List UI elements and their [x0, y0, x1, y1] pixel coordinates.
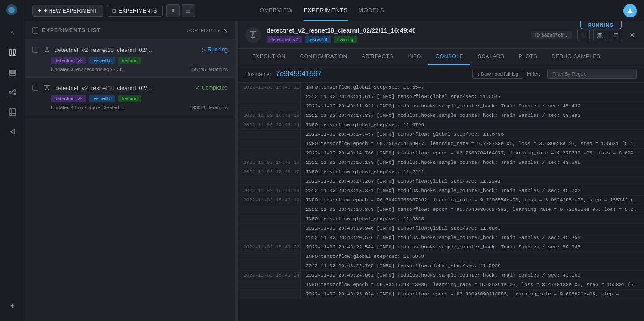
sidebar-item-routes[interactable]	[4, 84, 21, 100]
log-content: 2022-11-02 20:43:22,705 [INFO] tensorflo…	[301, 261, 644, 270]
log-row: 2022-11-02 20:43:25,024 [INFO] tensorflo…	[238, 290, 644, 299]
tab-overview[interactable]: OVERVIEW	[260, 0, 293, 21]
svg-point-5	[9, 91, 11, 93]
log-content: INFO:tensorflow:global_step/sec: 11.5959	[301, 252, 644, 261]
tab-artifacts[interactable]: ARTIFACTS	[355, 49, 400, 65]
log-content: INFO:tensorflow:global_step/sec: 11.5547	[301, 83, 644, 92]
tab-configuration[interactable]: CONFIGURATION	[293, 49, 355, 65]
log-row: 2022-11-02 20:43:22,705 [INFO] tensorflo…	[238, 261, 644, 271]
sidebar-item-pipeline[interactable]	[4, 124, 21, 140]
log-row: 2022-11-02 20:43:11,617 [INFO] tensorflo…	[238, 92, 644, 102]
archive-icon: □	[113, 8, 116, 14]
tag-resnet18-1[interactable]: resnet18	[89, 57, 115, 64]
log-timestamp	[238, 261, 301, 270]
log-row: INFO:tensorflow:global_step/sec: 11.5959	[238, 252, 644, 261]
app-logo[interactable]	[5, 4, 20, 18]
tab-execution[interactable]: EXECUTION	[245, 49, 293, 65]
sidebar-item-experiments[interactable]	[4, 45, 21, 61]
log-timestamp	[238, 177, 301, 186]
svg-marker-12	[11, 129, 15, 134]
sort-button[interactable]: SORTED BY ▾	[187, 28, 220, 34]
log-content: INFO:tensorflow:epoch = 96.7949036668738…	[301, 196, 644, 205]
tab-console[interactable]: CONSOLE	[428, 49, 470, 65]
sidebar: ⌂ ✦	[0, 0, 25, 321]
tag-training-1[interactable]: training	[118, 57, 141, 64]
detail-tag-resnet18[interactable]: resnet18	[305, 36, 331, 43]
svg-point-7	[14, 93, 16, 95]
log-row: 2022-11-02 15:43:222022-11-02 20:43:22,5…	[238, 243, 644, 252]
detail-action-list-btn[interactable]: ≡	[577, 29, 590, 41]
sidebar-item-layers[interactable]	[4, 64, 21, 81]
new-experiment-button[interactable]: + + NEW EXPERIMENT	[32, 5, 103, 17]
log-timestamp: 2022-11-02 15:43:18	[238, 186, 301, 195]
tab-debug-samples[interactable]: DEBUG SAMPLES	[544, 49, 607, 65]
sidebar-item-table[interactable]	[4, 104, 21, 120]
detail-close-button[interactable]: ✕	[627, 29, 637, 41]
detail-tag-training[interactable]: training	[334, 36, 357, 43]
hostname-display: Hostname: 7e9f45941597	[245, 70, 322, 78]
log-row: 2022-11-02 20:43:14,766 [INFO] tensorflo…	[238, 149, 644, 158]
detail-action-image-btn[interactable]: 🖼	[593, 29, 606, 41]
tab-scalars[interactable]: SCALARS	[470, 49, 512, 65]
log-content: 2022-11-02 20:43:25,024 [INFO] tensorflo…	[301, 290, 644, 299]
open-archive-button[interactable]: □ EXPERIMENTS	[107, 5, 163, 17]
tab-info[interactable]: INFO	[400, 49, 428, 65]
tag-resnet18-2[interactable]: resnet18	[89, 95, 115, 102]
sidebar-item-home[interactable]: ⌂	[4, 25, 21, 41]
filter-icon[interactable]: ⧖	[224, 27, 228, 34]
log-timestamp	[238, 214, 301, 223]
log-content: 2022-11-02 20:43:14,457 [INFO] tensorflo…	[301, 130, 644, 139]
log-timestamp	[238, 290, 301, 299]
log-content: 2022-11-02 20:43:22,544 [INFO] modulus.h…	[301, 243, 644, 252]
log-row: INFO:tensorflow:epoch = 96.7563704164077…	[238, 139, 644, 149]
tag-training-2[interactable]: training	[118, 95, 141, 102]
svg-point-6	[14, 90, 16, 91]
grid-view-button[interactable]: ⊞	[182, 4, 195, 17]
top-nav-tabs: OVERVIEW EXPERIMENTS MODELS	[260, 0, 384, 21]
log-content: 2022-11-02 20:43:11,617 [INFO] tensorflo…	[301, 92, 644, 101]
log-row: INFO:tensorflow:global_step/sec: 11.6863	[238, 214, 644, 224]
list-view-button[interactable]: ≡	[166, 4, 180, 17]
top-navigation: + + NEW EXPERIMENT □ EXPERIMENTS ≡ ⊞ OVE…	[25, 0, 644, 21]
detail-experiment-icon	[245, 27, 261, 43]
log-timestamp	[238, 92, 301, 101]
main-content: + + NEW EXPERIMENT □ EXPERIMENTS ≡ ⊞ OVE…	[25, 0, 644, 321]
log-content: INFO:tensorflow:global_step/sec: 11.2241	[301, 167, 644, 176]
log-content: 2022-11-02 20:43:18,371 [INFO] modulus.h…	[301, 186, 644, 195]
log-row: 2022-11-02 15:43:19INFO:tensorflow:epoch…	[238, 196, 644, 205]
experiment-card-2[interactable]: detectnet_v2_resnet18_clearml_02/... ✓ C…	[25, 78, 235, 116]
tab-plots[interactable]: PLOTS	[511, 49, 544, 65]
card-checkbox-1[interactable]	[32, 47, 38, 53]
log-row: 2022-11-02 20:43:19,946 [INFO] tensorflo…	[238, 224, 644, 233]
tag-detectnet-v2-2[interactable]: detectnet_v2	[51, 95, 86, 102]
console-actions: ↓ Download full log Filter:	[472, 69, 637, 79]
user-avatar[interactable]	[623, 4, 637, 17]
log-content: INFO:tensorflow:epoch = 96.8309509011808…	[301, 280, 644, 289]
detail-tag-detectnet[interactable]: detectnet_v2	[267, 36, 302, 43]
log-timestamp: 2022-11-02 15:43:16	[238, 158, 301, 167]
detail-panel: RUNNING detectnet_v2_resnet18_clearml_02…	[238, 21, 644, 321]
log-content: 2022-11-02 20:43:17,207 [INFO] tensorflo…	[301, 177, 644, 186]
svg-rect-2	[9, 70, 16, 72]
select-all-checkbox[interactable]	[32, 27, 38, 34]
log-row: 2022-11-02 20:43:17,207 [INFO] tensorflo…	[238, 177, 644, 186]
log-timestamp: 2022-11-02 15:43:17	[238, 167, 301, 176]
console-log[interactable]: 2022-11-02 15:43:11INFO:tensorflow:globa…	[238, 83, 644, 321]
svg-rect-3	[9, 72, 16, 73]
tab-experiments[interactable]: EXPERIMENTS	[304, 0, 348, 21]
download-log-button[interactable]: ↓ Download full log	[472, 69, 523, 79]
experiments-header: EXPERIMENTS LIST SORTED BY ▾ ⧖	[25, 21, 235, 40]
experiment-card-1[interactable]: detectnet_v2_resnet18_clearml_02/... ▷ R…	[25, 40, 235, 78]
log-row: 2022-11-02 15:43:132022-11-02 20:43:13,8…	[238, 111, 644, 120]
filter-input[interactable]	[547, 69, 637, 79]
card-checkbox-2[interactable]	[32, 85, 38, 91]
log-timestamp	[238, 224, 301, 233]
detail-experiment-title: detectnet_v2_resnet18_clearml_02/22/11_1…	[267, 27, 526, 34]
tag-detectnet-v2-1[interactable]: detectnet_v2	[51, 57, 86, 64]
view-toggle: ≡ ⊞	[166, 4, 195, 17]
detail-actions: ≡ 🖼 ☰	[577, 29, 622, 41]
experiment-icon-1	[42, 45, 51, 54]
detail-action-menu-btn[interactable]: ☰	[610, 29, 622, 41]
sidebar-item-notifications[interactable]: ✦	[4, 298, 21, 314]
tab-models[interactable]: MODELS	[358, 0, 384, 21]
